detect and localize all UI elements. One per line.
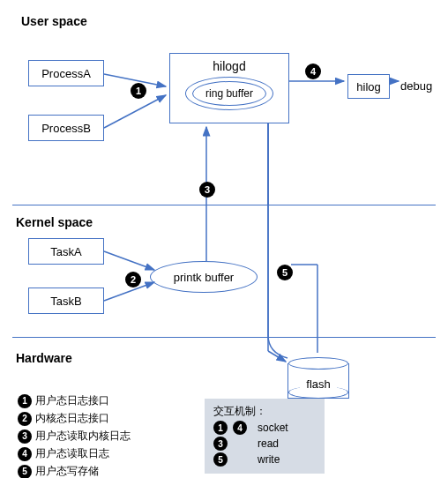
hardware-title: Hardware	[16, 351, 72, 365]
legend-num-5: 5	[213, 452, 228, 467]
process-a-box: ProcessA	[28, 60, 104, 86]
legend-label-1: read	[258, 437, 279, 450]
step-4: 4	[305, 63, 321, 79]
process-b-box: ProcessB	[28, 115, 104, 141]
legend-num-3: 3	[213, 437, 228, 451]
notes-list: 1用户态日志接口 2内核态日志接口 3用户态读取内核日志 4用户态读取日志 5用…	[18, 392, 131, 478]
step-3: 3	[199, 182, 215, 198]
legend-num-4: 4	[233, 421, 247, 435]
step-2: 2	[125, 272, 141, 288]
task-b-box: TaskB	[28, 288, 104, 314]
note-4: 用户态读取日志	[35, 447, 109, 459]
svg-line-1	[104, 95, 166, 128]
step-5: 5	[277, 265, 293, 280]
note-3: 用户态读取内核日志	[35, 429, 131, 442]
hilogd-label: hilogd	[213, 59, 245, 73]
user-space-title: User space	[21, 14, 87, 28]
divider-1	[12, 205, 436, 205]
step-1: 1	[131, 83, 146, 99]
kernel-space-title: Kernel space	[16, 215, 93, 229]
legend-label-2: write	[258, 453, 280, 466]
note-5: 用户态写存储	[35, 465, 99, 477]
flash-cylinder: flash	[287, 363, 349, 399]
hilog-box: hilog	[347, 74, 390, 99]
note-2: 内核态日志接口	[35, 412, 109, 424]
note-num-2: 2	[18, 412, 32, 426]
note-num-4: 4	[18, 447, 32, 461]
legend-row-2: 5 write	[213, 452, 316, 467]
svg-line-4	[104, 251, 154, 270]
legend-row-1: 3 read	[213, 437, 316, 451]
hilogd-box: hilogd ring buffer	[169, 53, 289, 123]
task-a-box: TaskA	[28, 238, 104, 265]
ring-buffer-label: ring buffer	[192, 81, 266, 106]
legend-label-0: socket	[258, 422, 288, 434]
note-num-1: 1	[18, 394, 32, 408]
note-num-5: 5	[18, 465, 32, 478]
legend-box: 交互机制： 1 4 socket 3 read 5 write	[205, 399, 325, 474]
legend-title: 交互机制：	[213, 404, 316, 419]
svg-line-11	[268, 351, 286, 362]
flash-label: flash	[288, 377, 348, 391]
debug-label: debug	[400, 79, 432, 93]
legend-row-0: 1 4 socket	[213, 421, 316, 435]
printk-buffer: printk buffer	[150, 261, 258, 293]
note-num-3: 3	[18, 429, 32, 444]
note-1: 用户态日志接口	[35, 394, 109, 407]
legend-num-1: 1	[213, 421, 228, 435]
divider-2	[12, 337, 436, 338]
cylinder-top	[288, 357, 348, 370]
